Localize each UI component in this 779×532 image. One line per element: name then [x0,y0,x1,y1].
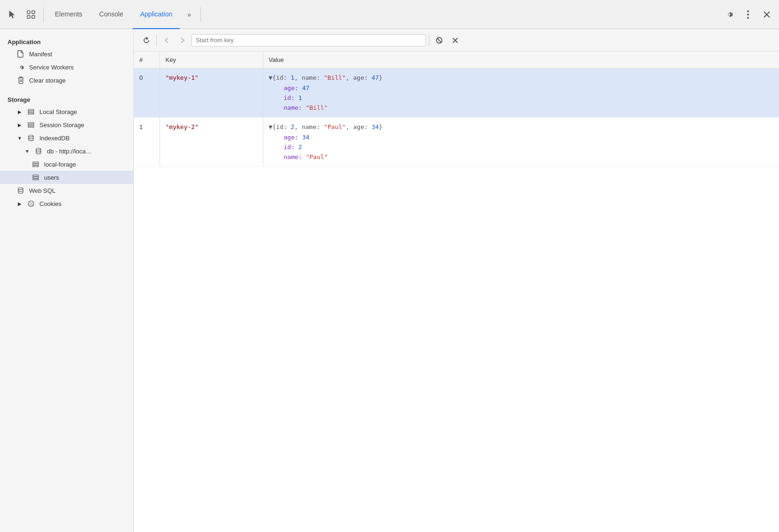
db-icon [35,147,42,155]
indexeddb-label: IndexedDB [39,135,69,142]
expand-arrow-local-storage: ▶ [17,109,23,114]
svg-rect-3 [32,15,35,18]
property-line: name: "Paul" [269,152,774,162]
sidebar-item-local-storage[interactable]: ▶ Local Storage [0,105,133,118]
local-storage-label: Local Storage [39,108,77,115]
local-storage-icon [27,108,35,115]
indexeddb-icon [27,134,35,142]
clear-storage-label: Clear storage [29,77,66,84]
manifest-label: Manifest [29,51,52,58]
svg-rect-24 [33,177,38,178]
svg-rect-25 [33,179,38,180]
block-button[interactable] [432,33,446,47]
tab-console[interactable]: Console [92,0,130,29]
data-table: # Key Value 0"mykey-1"▼{id: 1, name: "Bi… [134,52,779,532]
svg-rect-12 [28,109,34,111]
toolbar-divider-1 [43,7,44,22]
table-header-row: # Key Value [134,52,779,68]
more-options-button[interactable] [740,6,756,23]
sidebar-item-indexeddb[interactable]: ▼ IndexedDB [0,131,133,144]
inspect-tool-button[interactable] [23,6,39,23]
property-line: id: 1 [269,93,774,103]
cell-key: "mykey-2" [160,118,263,167]
svg-rect-17 [28,126,34,128]
search-input[interactable] [191,34,426,46]
web-sql-icon [17,187,24,194]
svg-rect-0 [27,11,30,14]
ct-divider-2 [429,35,429,46]
value-summary: ▼{id: 2, name: "Paul", age: 34} [269,123,774,130]
property-line: id: 2 [269,142,774,152]
refresh-button[interactable] [139,33,153,47]
svg-point-27 [28,201,34,206]
sidebar-item-web-sql[interactable]: Web SQL [0,184,133,197]
cell-key: "mykey-1" [160,68,263,118]
svg-point-30 [30,204,31,205]
toolbar-right-actions [721,6,775,23]
settings-button[interactable] [721,6,738,23]
service-workers-label: Service Workers [29,64,74,71]
svg-rect-22 [33,166,38,167]
sidebar-item-session-storage[interactable]: ▶ Session Storage [0,118,133,131]
expand-arrow-cookies: ▶ [17,201,23,206]
svg-line-33 [437,38,442,42]
svg-rect-20 [33,162,38,163]
cookies-icon [27,200,35,207]
expand-arrow-db: ▼ [24,148,30,154]
toolbar-divider-2 [200,7,201,22]
application-section-title: Application [0,35,133,47]
svg-point-18 [29,135,33,137]
back-button[interactable] [160,33,174,47]
col-header-key: Key [160,52,263,68]
svg-rect-2 [27,15,30,18]
sidebar-item-users[interactable]: users [0,171,133,184]
more-tabs-button[interactable]: » [182,7,197,22]
sidebar-item-manifest[interactable]: Manifest [0,47,133,61]
svg-rect-14 [28,113,34,114]
trash-icon [17,76,24,84]
col-header-val: Value [263,52,779,68]
cursor-tool-button[interactable] [4,6,21,23]
file-icon [17,50,24,58]
sidebar-item-service-workers[interactable]: Service Workers [0,61,133,74]
svg-point-31 [31,205,32,205]
sidebar-item-local-forage[interactable]: local-forage [0,158,133,171]
devtools-toolbar: Elements Console Application » [0,0,779,29]
expand-arrow-indexeddb: ▼ [17,135,23,141]
users-label: users [44,174,59,181]
sidebar-item-clear-storage[interactable]: Clear storage [0,74,133,87]
sidebar-item-cookies[interactable]: ▶ Cookies [0,197,133,210]
content-area: # Key Value 0"mykey-1"▼{id: 1, name: "Bi… [134,29,779,532]
ct-divider-1 [156,35,157,46]
sidebar-item-db[interactable]: ▼ db - http://loca… [0,144,133,158]
web-sql-label: Web SQL [29,187,55,194]
svg-point-4 [747,10,749,12]
local-forage-label: local-forage [44,161,76,168]
cookies-label: Cookies [39,200,61,207]
cell-value: ▼{id: 2, name: "Paul", age: 34}age: 34id… [263,118,779,167]
svg-rect-23 [33,175,38,176]
cell-value: ▼{id: 1, name: "Bill", age: 47}age: 47id… [263,68,779,118]
property-line: age: 34 [269,132,774,142]
svg-point-29 [31,203,32,204]
svg-rect-15 [28,122,34,124]
col-header-num: # [134,52,160,68]
tab-application[interactable]: Application [133,0,180,29]
close-button[interactable] [758,6,775,23]
gear-icon [17,63,24,71]
db-label: db - http://loca… [47,148,92,155]
svg-rect-16 [28,124,34,126]
storage-section-title: Storage [0,92,133,105]
clear-button[interactable] [448,33,462,47]
svg-point-28 [30,202,31,203]
table-row[interactable]: 1"mykey-2"▼{id: 2, name: "Paul", age: 34… [134,118,779,167]
svg-point-6 [747,17,749,19]
tab-elements[interactable]: Elements [47,0,90,29]
forward-button[interactable] [176,33,190,47]
svg-point-19 [36,148,41,150]
svg-point-5 [747,14,749,15]
table-row[interactable]: 0"mykey-1"▼{id: 1, name: "Bill", age: 47… [134,68,779,118]
spacer-1 [0,87,133,92]
value-summary: ▼{id: 1, name: "Bill", age: 47} [269,74,774,81]
local-forage-icon [32,160,39,168]
